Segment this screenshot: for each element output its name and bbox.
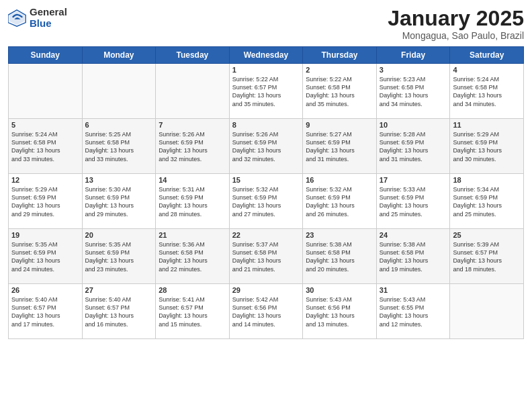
calendar-week-row: 26Sunrise: 5:40 AM Sunset: 6:57 PM Dayli…: [9, 284, 524, 339]
day-number: 12: [11, 176, 79, 184]
day-number: 7: [159, 121, 226, 129]
day-number: 6: [85, 121, 153, 129]
table-row: 10Sunrise: 5:28 AM Sunset: 6:59 PM Dayli…: [376, 119, 450, 174]
table-row: 30Sunrise: 5:43 AM Sunset: 6:56 PM Dayli…: [303, 284, 377, 339]
day-info: Sunrise: 5:22 AM Sunset: 6:57 PM Dayligh…: [232, 75, 300, 108]
calendar-header-row: Sunday Monday Tuesday Wednesday Thursday…: [9, 47, 524, 64]
location: Mongagua, Sao Paulo, Brazil: [388, 30, 524, 41]
table-row: 12Sunrise: 5:29 AM Sunset: 6:59 PM Dayli…: [9, 174, 83, 229]
col-saturday: Saturday: [450, 47, 524, 64]
day-number: 20: [85, 231, 153, 239]
table-row: 8Sunrise: 5:26 AM Sunset: 6:59 PM Daylig…: [229, 119, 303, 174]
day-number: 22: [232, 231, 300, 239]
table-row: 28Sunrise: 5:41 AM Sunset: 6:57 PM Dayli…: [156, 284, 230, 339]
day-info: Sunrise: 5:30 AM Sunset: 6:59 PM Dayligh…: [85, 185, 153, 218]
day-info: Sunrise: 5:35 AM Sunset: 6:59 PM Dayligh…: [11, 240, 79, 273]
logo-icon: [8, 9, 27, 28]
page-container: General Blue January 2025 Mongagua, Sao …: [0, 0, 532, 345]
logo: General Blue: [8, 7, 67, 29]
day-info: Sunrise: 5:22 AM Sunset: 6:58 PM Dayligh…: [306, 75, 373, 108]
day-info: Sunrise: 5:36 AM Sunset: 6:58 PM Dayligh…: [159, 240, 226, 273]
day-number: 27: [85, 286, 153, 294]
day-info: Sunrise: 5:40 AM Sunset: 6:57 PM Dayligh…: [11, 295, 79, 328]
calendar-week-row: 5Sunrise: 5:24 AM Sunset: 6:58 PM Daylig…: [9, 119, 524, 174]
col-thursday: Thursday: [303, 47, 377, 64]
table-row: 5Sunrise: 5:24 AM Sunset: 6:58 PM Daylig…: [9, 119, 83, 174]
col-monday: Monday: [82, 47, 156, 64]
table-row: 21Sunrise: 5:36 AM Sunset: 6:58 PM Dayli…: [156, 229, 230, 284]
day-info: Sunrise: 5:23 AM Sunset: 6:58 PM Dayligh…: [380, 75, 447, 108]
day-info: Sunrise: 5:40 AM Sunset: 6:57 PM Dayligh…: [85, 295, 153, 328]
day-info: Sunrise: 5:27 AM Sunset: 6:59 PM Dayligh…: [306, 130, 373, 163]
table-row: 4Sunrise: 5:24 AM Sunset: 6:58 PM Daylig…: [450, 64, 524, 119]
table-row: 27Sunrise: 5:40 AM Sunset: 6:57 PM Dayli…: [82, 284, 156, 339]
day-number: 29: [232, 286, 300, 294]
day-number: 25: [453, 231, 521, 239]
title-block: January 2025 Mongagua, Sao Paulo, Brazil: [388, 7, 524, 41]
table-row: 29Sunrise: 5:42 AM Sunset: 6:56 PM Dayli…: [229, 284, 303, 339]
day-number: 1: [232, 66, 300, 74]
day-info: Sunrise: 5:42 AM Sunset: 6:56 PM Dayligh…: [232, 295, 300, 328]
day-number: 19: [11, 231, 79, 239]
day-info: Sunrise: 5:26 AM Sunset: 6:59 PM Dayligh…: [232, 130, 300, 163]
day-info: Sunrise: 5:34 AM Sunset: 6:59 PM Dayligh…: [453, 185, 521, 218]
table-row: 2Sunrise: 5:22 AM Sunset: 6:58 PM Daylig…: [303, 64, 377, 119]
table-row: 26Sunrise: 5:40 AM Sunset: 6:57 PM Dayli…: [9, 284, 83, 339]
calendar-week-row: 1Sunrise: 5:22 AM Sunset: 6:57 PM Daylig…: [9, 64, 524, 119]
month-title: January 2025: [388, 7, 524, 30]
day-info: Sunrise: 5:32 AM Sunset: 6:59 PM Dayligh…: [306, 185, 373, 218]
day-number: 5: [11, 121, 79, 129]
day-info: Sunrise: 5:29 AM Sunset: 6:59 PM Dayligh…: [11, 185, 79, 218]
table-row: [156, 64, 230, 119]
table-row: 23Sunrise: 5:38 AM Sunset: 6:58 PM Dayli…: [303, 229, 377, 284]
col-wednesday: Wednesday: [229, 47, 303, 64]
calendar-week-row: 19Sunrise: 5:35 AM Sunset: 6:59 PM Dayli…: [9, 229, 524, 284]
day-number: 8: [232, 121, 300, 129]
table-row: 11Sunrise: 5:29 AM Sunset: 6:59 PM Dayli…: [450, 119, 524, 174]
day-info: Sunrise: 5:24 AM Sunset: 6:58 PM Dayligh…: [453, 75, 521, 108]
day-number: 3: [380, 66, 447, 74]
table-row: 1Sunrise: 5:22 AM Sunset: 6:57 PM Daylig…: [229, 64, 303, 119]
day-number: 15: [232, 176, 300, 184]
table-row: 18Sunrise: 5:34 AM Sunset: 6:59 PM Dayli…: [450, 174, 524, 229]
table-row: [82, 64, 156, 119]
day-number: 30: [306, 286, 373, 294]
day-number: 14: [159, 176, 226, 184]
logo-general-text: General: [30, 7, 67, 18]
day-number: 24: [380, 231, 447, 239]
day-info: Sunrise: 5:41 AM Sunset: 6:57 PM Dayligh…: [159, 295, 226, 328]
day-info: Sunrise: 5:32 AM Sunset: 6:59 PM Dayligh…: [232, 185, 300, 218]
day-number: 13: [85, 176, 153, 184]
table-row: 31Sunrise: 5:43 AM Sunset: 6:55 PM Dayli…: [376, 284, 450, 339]
calendar-table: Sunday Monday Tuesday Wednesday Thursday…: [8, 46, 524, 339]
table-row: 20Sunrise: 5:35 AM Sunset: 6:59 PM Dayli…: [82, 229, 156, 284]
day-number: 11: [453, 121, 521, 129]
day-number: 18: [453, 176, 521, 184]
day-number: 2: [306, 66, 373, 74]
table-row: 6Sunrise: 5:25 AM Sunset: 6:58 PM Daylig…: [82, 119, 156, 174]
day-info: Sunrise: 5:43 AM Sunset: 6:56 PM Dayligh…: [306, 295, 373, 328]
day-info: Sunrise: 5:31 AM Sunset: 6:59 PM Dayligh…: [159, 185, 226, 218]
logo-text: General Blue: [30, 7, 67, 29]
day-number: 23: [306, 231, 373, 239]
table-row: 15Sunrise: 5:32 AM Sunset: 6:59 PM Dayli…: [229, 174, 303, 229]
table-row: 17Sunrise: 5:33 AM Sunset: 6:59 PM Dayli…: [376, 174, 450, 229]
day-info: Sunrise: 5:38 AM Sunset: 6:58 PM Dayligh…: [306, 240, 373, 273]
day-number: 9: [306, 121, 373, 129]
header: General Blue January 2025 Mongagua, Sao …: [8, 7, 524, 41]
day-info: Sunrise: 5:37 AM Sunset: 6:58 PM Dayligh…: [232, 240, 300, 273]
day-number: 26: [11, 286, 79, 294]
day-info: Sunrise: 5:28 AM Sunset: 6:59 PM Dayligh…: [380, 130, 447, 163]
day-info: Sunrise: 5:24 AM Sunset: 6:58 PM Dayligh…: [11, 130, 79, 163]
day-number: 4: [453, 66, 521, 74]
day-number: 21: [159, 231, 226, 239]
table-row: 16Sunrise: 5:32 AM Sunset: 6:59 PM Dayli…: [303, 174, 377, 229]
table-row: [9, 64, 83, 119]
calendar-week-row: 12Sunrise: 5:29 AM Sunset: 6:59 PM Dayli…: [9, 174, 524, 229]
table-row: 22Sunrise: 5:37 AM Sunset: 6:58 PM Dayli…: [229, 229, 303, 284]
col-friday: Friday: [376, 47, 450, 64]
day-info: Sunrise: 5:35 AM Sunset: 6:59 PM Dayligh…: [85, 240, 153, 273]
table-row: 24Sunrise: 5:38 AM Sunset: 6:58 PM Dayli…: [376, 229, 450, 284]
day-info: Sunrise: 5:29 AM Sunset: 6:59 PM Dayligh…: [453, 130, 521, 163]
table-row: 9Sunrise: 5:27 AM Sunset: 6:59 PM Daylig…: [303, 119, 377, 174]
